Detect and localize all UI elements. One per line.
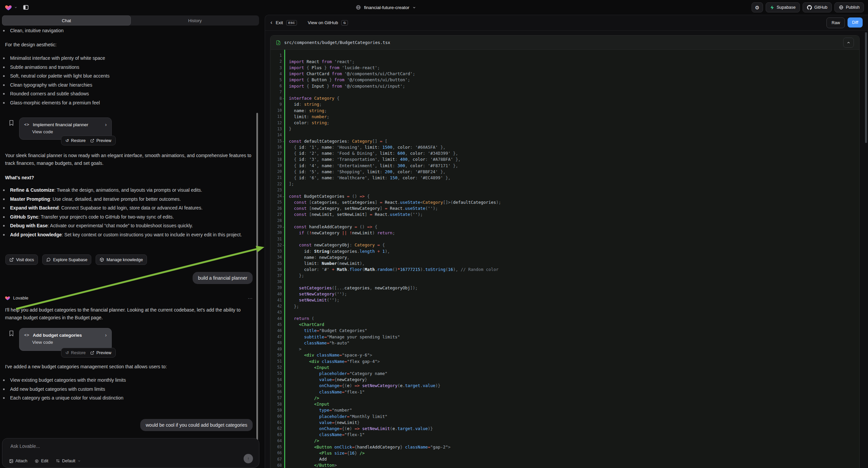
view-code-link[interactable]: View code — [20, 127, 112, 134]
list-item: Debug with Ease: Activate our experiment… — [0, 222, 252, 230]
line-number: 30 — [271, 230, 282, 235]
line-number: 9 — [271, 102, 282, 107]
restore-icon: ↺ — [65, 138, 69, 143]
line-number: 49 — [271, 347, 282, 351]
code-viewer-topbar: ‹ Exit ESC View on GitHub G Raw Diff — [265, 15, 868, 31]
line-number: 52 — [271, 365, 282, 370]
code-line: 33 id: String(categories.length + 1), — [271, 248, 859, 254]
code-line: 68 </Button> — [271, 462, 859, 468]
line-number: 67 — [271, 457, 282, 462]
chevron-down-icon — [412, 6, 416, 9]
supabase-button[interactable]: Supabase — [766, 2, 800, 12]
line-number: 26 — [271, 206, 282, 211]
lovable-logo-heart-icon[interactable] — [5, 4, 12, 11]
line-number: 23 — [271, 188, 282, 193]
line-number: 50 — [271, 353, 282, 357]
view-code-link[interactable]: View code — [20, 338, 112, 345]
line-number: 25 — [271, 200, 282, 204]
collapse-file-button[interactable] — [843, 38, 854, 48]
code-line: 40 setNewCategory(''); — [271, 291, 859, 297]
line-number: 60 — [271, 414, 282, 419]
preview-button[interactable]: Preview — [90, 138, 111, 143]
line-number: 59 — [271, 408, 282, 413]
code-line: 59 type="number" — [271, 407, 859, 413]
code-line: 11 limit: number; — [271, 114, 859, 119]
code-area: 12import React from 'react';3import { Pl… — [271, 50, 859, 468]
code-change-card-2[interactable]: <> Add budget categories › View code — [19, 328, 112, 351]
code-line: 51 <div className="flex gap-4"> — [271, 358, 859, 364]
bullet-dot — [3, 84, 5, 86]
diff-toggle-button[interactable]: Diff — [847, 18, 863, 28]
line-number: 5 — [271, 78, 282, 82]
list-item: View existing budget categories with the… — [0, 376, 252, 384]
added-bullet-list: View existing budget categories with the… — [0, 376, 252, 403]
code-line: 38 — [271, 279, 859, 285]
raw-toggle-button[interactable]: Raw — [827, 18, 845, 28]
bookmark-icon[interactable] — [9, 330, 14, 337]
attach-button[interactable]: Attach — [9, 459, 27, 463]
list-item: Each category gets a unique color for vi… — [0, 394, 252, 402]
list-item: Clean, intuitive navigation — [0, 27, 255, 35]
arrow-up-icon: ↑ — [247, 456, 250, 461]
code-line: 47 subtitle="Manage your spending limits… — [271, 334, 859, 340]
mode-selector[interactable]: Default — [56, 459, 81, 463]
github-label: GitHub — [814, 5, 828, 10]
help-text: I'll help you add budget categories to t… — [5, 306, 256, 322]
code-line: 48 className="h-auto" — [271, 340, 859, 346]
line-number: 16 — [271, 145, 282, 149]
code-line: 21 { id: '6', name: 'Healthcare', limit:… — [271, 175, 859, 181]
bookmark-icon[interactable] — [9, 119, 14, 126]
explore-supabase-button[interactable]: Explore Supabase — [42, 255, 91, 265]
code-line: 60 placeholder="Monthly limit" — [271, 413, 859, 419]
line-number: 11 — [271, 114, 282, 119]
code-line: 12 color: string; — [271, 119, 859, 125]
list-item: Add project knowledge: Set key context o… — [0, 231, 252, 239]
settings-button[interactable]: ⚙ — [751, 2, 763, 12]
line-number: 24 — [271, 194, 282, 198]
list-item: Rounded corners and subtle shadows — [0, 90, 255, 98]
preview-button[interactable]: Preview — [90, 351, 111, 355]
code-line: 54 value={newCategory} — [271, 377, 859, 383]
github-button[interactable]: GitHub — [803, 2, 832, 12]
manage-knowledge-button[interactable]: Manage knowledge — [96, 255, 147, 265]
edit-button[interactable]: Edit — [35, 459, 48, 463]
line-number: 3 — [271, 65, 282, 70]
tab-chat[interactable]: Chat — [2, 16, 131, 26]
panel-toggle-icon[interactable] — [23, 4, 29, 10]
file-path: src/components/budget/BudgetCategories.t… — [284, 40, 390, 45]
code-line: 31 — [271, 236, 859, 242]
line-number: 58 — [271, 402, 282, 407]
list-item: Minimalist interface with plenty of whit… — [0, 54, 255, 62]
chat-scrollbar[interactable] — [256, 113, 258, 441]
visit-docs-button[interactable]: Visit docs — [5, 255, 38, 265]
view-on-github-button[interactable]: View on GitHub — [308, 20, 338, 25]
chevron-down-icon[interactable] — [14, 6, 18, 9]
scrolled-list: Clean, intuitive navigation — [0, 27, 255, 36]
line-number: 13 — [271, 126, 282, 131]
line-number: 48 — [271, 341, 282, 345]
message-options-icon[interactable]: … — [248, 294, 253, 300]
bullet-dot — [3, 216, 5, 218]
tab-history[interactable]: History — [131, 16, 259, 26]
project-switcher[interactable]: financial-future-creator — [355, 0, 416, 15]
restore-button[interactable]: ↺ Restore — [65, 138, 86, 143]
file-header[interactable]: src/components/budget/BudgetCategories.t… — [271, 36, 859, 50]
code-scrollbar[interactable] — [865, 32, 867, 143]
line-number: 34 — [271, 255, 282, 260]
list-item: Subtle animations and transitions — [0, 63, 255, 71]
publish-button[interactable]: Publish — [834, 2, 864, 12]
card-title: Implement financial planner — [33, 122, 88, 127]
line-number: 37 — [271, 273, 282, 278]
exit-button[interactable]: Exit — [276, 20, 283, 25]
code-line: 4import ChartCard from '@/components/ui/… — [271, 71, 859, 77]
bullet-dot — [3, 57, 5, 59]
send-button[interactable]: ↑ — [244, 454, 253, 463]
prompt-input[interactable] — [10, 443, 212, 449]
added-text: I've added a new budget categories manag… — [5, 363, 256, 371]
code-line: 9 id: string; — [271, 101, 859, 108]
assistant-name: Lovable — [13, 295, 29, 300]
code-line: 10 name: string; — [271, 108, 859, 114]
g-key-badge: G — [341, 20, 348, 26]
code-line: 20 { id: '5', name: 'Shopping', limit: 2… — [271, 169, 859, 175]
restore-button[interactable]: ↺ Restore — [65, 350, 86, 355]
